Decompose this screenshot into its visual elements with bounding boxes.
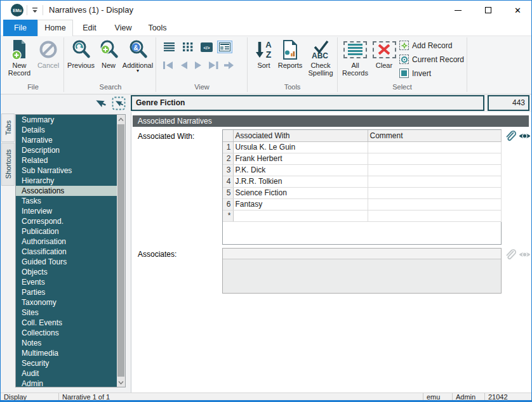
cell-comment[interactable]: [368, 210, 501, 221]
cell-associated-with[interactable]: P.K. Dick: [233, 164, 368, 176]
tab-home[interactable]: Home: [37, 20, 73, 36]
sidebar-item-sites[interactable]: Sites: [16, 308, 117, 318]
minimize-button[interactable]: [443, 1, 473, 20]
sort-button[interactable]: A Z Sort: [252, 38, 276, 69]
column-header-associated-with[interactable]: Associated With: [233, 130, 368, 141]
sidebar-item-admin[interactable]: Admin: [16, 379, 117, 387]
sidebar-item-guided-tours[interactable]: Guided Tours: [16, 257, 117, 267]
cell-comment[interactable]: [368, 153, 501, 164]
record-title-field[interactable]: Genre Fiction: [131, 95, 484, 111]
invert-selection-button[interactable]: Invert: [399, 68, 431, 78]
vertical-tab-shortcuts[interactable]: Shortcuts: [1, 143, 15, 186]
cell-associated-with[interactable]: Fantasy: [233, 198, 368, 210]
goto-record-icon[interactable]: [223, 60, 235, 70]
check-spelling-button[interactable]: ABC Check Spelling: [304, 38, 337, 77]
sidebar-item-coll-events[interactable]: Coll. Events: [16, 318, 117, 328]
cell-comment[interactable]: [368, 176, 501, 187]
cell-associated-with[interactable]: Ursula K. Le Guin: [233, 141, 368, 153]
sidebar-item-notes[interactable]: Notes: [16, 338, 117, 348]
all-records-button[interactable]: All Records: [340, 38, 371, 77]
row-number[interactable]: 5: [223, 187, 233, 198]
sidebar-item-events[interactable]: Events: [16, 277, 117, 287]
row-number[interactable]: 4: [223, 176, 233, 187]
view-attachment-icon[interactable]: [518, 131, 531, 141]
select-region-icon[interactable]: [112, 96, 126, 110]
sidebar-item-objects[interactable]: Objects: [16, 267, 117, 277]
sidebar-item-sub-narratives[interactable]: Sub Narratives: [16, 165, 117, 176]
tab-tools[interactable]: Tools: [140, 20, 175, 36]
view-code-button[interactable]: </>: [199, 41, 214, 53]
maximize-button[interactable]: [473, 1, 503, 20]
sidebar-item-taxonomy[interactable]: Taxonomy: [16, 297, 117, 308]
previous-record-icon[interactable]: [177, 60, 189, 70]
sidebar-item-associations[interactable]: Associations: [16, 186, 117, 196]
ribbon: New Record Cancel File: [1, 36, 531, 94]
vertical-tab-tabs[interactable]: Tabs: [1, 113, 15, 142]
sidebar-item-collections[interactable]: Collections: [16, 328, 117, 338]
search-additional-button[interactable]: & Additional ▾: [121, 38, 154, 73]
sidebar-item-narrative[interactable]: Narrative: [16, 135, 117, 145]
tab-edit[interactable]: Edit: [73, 20, 106, 36]
additional-dropdown-caret: ▾: [136, 69, 139, 73]
sidebar-item-description[interactable]: Description: [16, 145, 117, 155]
view-details-button[interactable]: [217, 41, 232, 53]
sidebar-item-audit[interactable]: Audit: [16, 368, 117, 379]
table-row: 4 J.R.R. Tolkien: [223, 176, 501, 187]
row-number[interactable]: 6: [223, 198, 233, 210]
close-button[interactable]: ✕: [503, 1, 532, 20]
scrollbar-thumb[interactable]: [117, 124, 124, 377]
next-record-icon[interactable]: [192, 60, 204, 70]
first-record-icon[interactable]: [162, 60, 174, 70]
sidebar-item-tasks[interactable]: Tasks: [16, 196, 117, 206]
reports-button[interactable]: Reports: [276, 38, 305, 69]
clear-selection-button[interactable]: Clear: [371, 38, 397, 69]
record-irn-field[interactable]: 443: [488, 95, 529, 111]
sidebar-item-hierarchy[interactable]: Hierarchy: [16, 176, 117, 186]
attach-icon[interactable]: [503, 129, 517, 143]
cell-comment[interactable]: [368, 141, 501, 153]
current-record-button[interactable]: Current Record: [399, 55, 464, 64]
cell-associated-with[interactable]: Frank Herbert: [233, 153, 368, 164]
emu-logo-icon[interactable]: EMu: [11, 4, 23, 16]
row-number[interactable]: 2: [223, 153, 233, 164]
view-list-button[interactable]: [162, 41, 177, 53]
row-number[interactable]: 3: [223, 164, 233, 176]
cell-associated-with[interactable]: [233, 210, 368, 221]
tab-view[interactable]: View: [106, 20, 140, 36]
group-separator: [247, 37, 248, 92]
search-previous-button[interactable]: Previous: [66, 38, 96, 69]
select-pointer-icon[interactable]: [95, 97, 107, 110]
cell-comment[interactable]: [368, 198, 501, 210]
associates-field[interactable]: [222, 248, 502, 294]
scroll-down-icon[interactable]: [117, 378, 125, 387]
last-record-icon[interactable]: [208, 60, 220, 70]
scroll-up-icon[interactable]: [117, 115, 125, 124]
cell-associated-with[interactable]: Science Fiction: [233, 187, 368, 198]
cell-comment[interactable]: [368, 187, 501, 198]
sidebar-item-authorisation[interactable]: Authorisation: [16, 237, 117, 247]
view-grid-button[interactable]: [180, 41, 196, 53]
sidebar-item-publication[interactable]: Publication: [16, 226, 117, 237]
sidebar-scrollbar[interactable]: [117, 115, 125, 387]
sidebar-item-related[interactable]: Related: [16, 155, 117, 165]
tab-file[interactable]: File: [3, 20, 37, 36]
cell-associated-with[interactable]: J.R.R. Tolkien: [233, 176, 368, 187]
sidebar-item-interview[interactable]: Interview: [16, 206, 117, 216]
column-header-comment[interactable]: Comment: [368, 130, 501, 141]
sidebar-item-parties[interactable]: Parties: [16, 287, 117, 297]
sidebar-item-security[interactable]: Security: [16, 358, 117, 368]
sidebar-item-classification[interactable]: Classification: [16, 247, 117, 257]
sidebar-item-summary[interactable]: Summary: [16, 115, 117, 125]
new-row-marker[interactable]: *: [223, 210, 233, 221]
new-record-button[interactable]: New Record: [4, 38, 34, 77]
quick-access-dropdown-icon[interactable]: [31, 6, 39, 15]
search-new-button[interactable]: New: [96, 38, 121, 69]
sidebar-item-multimedia[interactable]: Multimedia: [16, 348, 117, 358]
sidebar-item-correspond[interactable]: Correspond.: [16, 216, 117, 226]
main-panel: Associated Narratives Associated With: A…: [131, 112, 532, 392]
cell-comment[interactable]: [368, 164, 501, 176]
cancel-button[interactable]: Cancel: [34, 38, 62, 69]
row-number[interactable]: 1: [223, 141, 233, 153]
add-record-button[interactable]: Add Record: [399, 41, 452, 50]
sidebar-item-details[interactable]: Details: [16, 125, 117, 135]
